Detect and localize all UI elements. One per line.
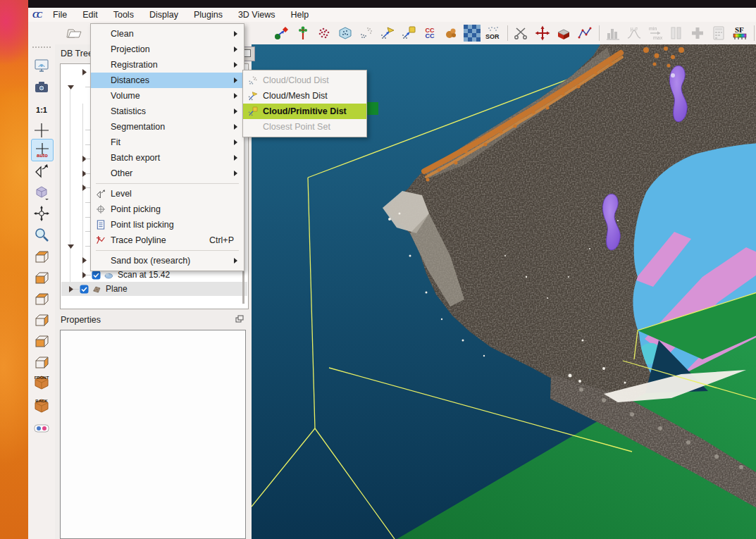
auto-pick-center-icon[interactable]: auto [31, 139, 54, 161]
trace-polyline-icon [91, 235, 111, 246]
distances-submenu-item-cloud-primitive-dist[interactable]: Cloud/Primitive Dist [243, 104, 366, 119]
tree-item-plane[interactable]: Plane [61, 282, 247, 296]
pan-view-icon[interactable] [31, 203, 52, 224]
submenu-arrow-icon [234, 62, 237, 68]
sor-filter-icon[interactable]: SOR [484, 24, 502, 42]
view-left-wire-icon[interactable] [31, 309, 52, 330]
cloudcompare-logo-icon: CC [32, 10, 41, 20]
menu-3d-views[interactable]: 3D Views [230, 8, 283, 21]
menu-bar: CC FileEditToolsDisplayPlugins3D ViewsHe… [28, 8, 756, 22]
polyline-scissors-icon[interactable] [576, 24, 594, 42]
tools-menu-item-other[interactable]: Other [91, 166, 244, 181]
pick-rotation-center-icon[interactable] [31, 120, 52, 141]
filter-by-value-icon [667, 24, 686, 42]
subsample-icon[interactable] [294, 24, 312, 42]
cross-section-icon[interactable] [554, 24, 573, 42]
tools-menu-item-fit[interactable]: Fit [91, 135, 244, 150]
menu-help[interactable]: Help [283, 8, 316, 21]
cloudcompare-letters-icon[interactable]: CCCC [421, 24, 439, 42]
shortcut-label: Ctrl+P [209, 235, 234, 245]
view-front-solid-icon[interactable]: FRONT [31, 371, 52, 392]
cloud-cloud-distance-icon[interactable] [357, 24, 376, 42]
submenu-arrow-icon [234, 31, 237, 37]
tools-menu-item-registration[interactable]: Registration [91, 57, 244, 73]
noise-filter-icon[interactable] [315, 24, 333, 42]
desktop-wallpaper [0, 0, 28, 539]
cloud-mesh-distance-icon[interactable] [378, 24, 397, 42]
tree-item-label: Plane [106, 284, 128, 294]
view-top-wire-icon[interactable] [31, 288, 52, 309]
tree-collapsed-arrow-icon[interactable] [80, 154, 89, 166]
open-file-icon[interactable] [65, 24, 83, 42]
submenu-highlight-overflow [366, 102, 378, 115]
view-right-wire-icon[interactable] [31, 330, 52, 352]
checkerboard-icon[interactable] [463, 24, 481, 42]
view-bottom-wire-icon[interactable] [31, 352, 52, 373]
crop-icon[interactable] [336, 24, 354, 42]
tree-expanded-arrow-icon[interactable] [66, 241, 75, 254]
sand-dune-icon[interactable] [442, 24, 460, 42]
tools-menu-item-segmentation[interactable]: Segmentation [91, 119, 244, 135]
cloud-primitive-distance-icon[interactable] [399, 24, 418, 42]
svg-text:SOR: SOR [485, 33, 500, 40]
view-iso-1-icon[interactable] [31, 246, 52, 267]
tools-menu-item-statistics[interactable]: Statistics [91, 104, 244, 119]
tree-checkbox-checked[interactable] [92, 270, 101, 283]
menu-plugins[interactable]: Plugins [186, 8, 230, 21]
distances-submenu-item-closest-point-set: Closest Point Set [243, 119, 366, 135]
distances-submenu: Cloud/Cloud DistCloud/Mesh DistCloud/Pri… [242, 70, 367, 137]
menu-bar-items: FileEditToolsDisplayPlugins3D ViewsHelp [45, 8, 316, 21]
svg-text:FRONT: FRONT [35, 376, 49, 380]
sf-color-scale-icon[interactable]: SF [731, 24, 749, 42]
tools-menu-item-batch-export[interactable]: Batch export [91, 150, 244, 166]
tools-menu-item-distances[interactable]: Distances [91, 73, 244, 88]
menu-file[interactable]: File [45, 8, 75, 21]
svg-text:min: min [649, 26, 657, 31]
min-max-icon: minmax [646, 24, 664, 42]
toolbar-separator [754, 25, 755, 41]
tools-menu-item-projection[interactable]: Projection [91, 42, 244, 57]
menu-tools[interactable]: Tools [106, 8, 142, 21]
screenshot-icon[interactable] [31, 77, 52, 98]
tools-menu-item-point-picking[interactable]: Point picking [91, 202, 244, 217]
tree-collapsed-arrow-icon[interactable] [66, 284, 75, 297]
tree-collapsed-arrow-icon[interactable] [80, 168, 89, 181]
scissors-segment-icon[interactable] [512, 24, 531, 42]
tools-menu-item-clean[interactable]: Clean [91, 26, 244, 42]
tools-menu-item-volume[interactable]: Volume [91, 88, 244, 104]
bounding-box-icon[interactable] [31, 181, 52, 202]
distances-submenu-item-cloud-mesh-dist[interactable]: Cloud/Mesh Dist [243, 88, 366, 104]
cloud-mesh-dist-icon [243, 90, 263, 101]
menu-separator [96, 250, 239, 251]
translate-rotate-icon[interactable] [533, 24, 552, 42]
tools-menu-item-sand-box-research-[interactable]: Sand box (research) [91, 253, 244, 268]
tree-collapsed-arrow-icon[interactable] [80, 182, 89, 195]
tree-checkbox-checked[interactable] [80, 284, 89, 297]
submenu-arrow-icon [234, 93, 237, 99]
zoom-1-1-icon[interactable]: 1:1 [31, 99, 52, 120]
view-front-wire-icon[interactable] [31, 267, 52, 288]
point-picking-icon [91, 204, 111, 215]
left-toolbar-grip[interactable] [32, 47, 51, 49]
menu-edit[interactable]: Edit [75, 8, 106, 21]
tree-collapsed-arrow-icon[interactable] [80, 270, 89, 283]
properties-float-icon[interactable] [235, 314, 244, 327]
tree-collapsed-arrow-icon[interactable] [80, 255, 89, 268]
tools-menu-item-level[interactable]: Level [91, 186, 244, 202]
tools-menu-item-trace-polyline[interactable]: Trace PolylineCtrl+P [91, 233, 244, 248]
view-back-solid-icon[interactable]: BACK [31, 395, 52, 416]
fine-registration-icon[interactable] [273, 24, 291, 42]
svg-text:μ,σ: μ,σ [631, 26, 638, 32]
distances-submenu-item-cloud-cloud-dist: Cloud/Cloud Dist [243, 73, 366, 88]
display-options-icon[interactable] [31, 55, 52, 76]
submenu-arrow-icon [234, 109, 237, 114]
toolbar-separator [599, 25, 600, 41]
menu-display[interactable]: Display [142, 8, 186, 21]
sf-calculator-icon [709, 24, 728, 42]
tree-expanded-arrow-icon[interactable] [66, 82, 75, 94]
tree-collapsed-arrow-icon[interactable] [80, 67, 89, 80]
zoom-magnifier-icon[interactable] [31, 224, 52, 245]
stereo-mode-icon[interactable] [31, 418, 52, 439]
level-icon[interactable] [31, 160, 52, 181]
tools-menu-item-point-list-picking[interactable]: Point list picking [91, 217, 244, 233]
